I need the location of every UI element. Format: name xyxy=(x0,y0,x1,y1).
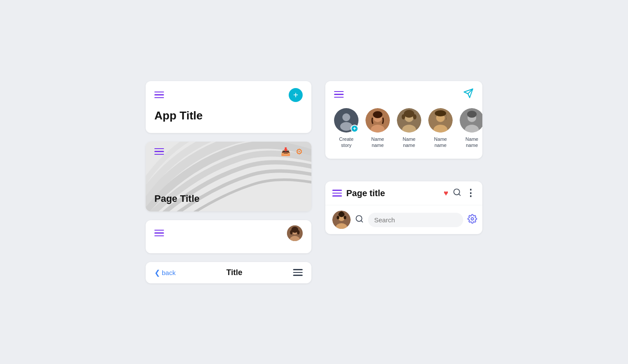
stories-row: + Createstory xyxy=(334,108,474,149)
avatar-hamburger-icon[interactable] xyxy=(154,230,164,237)
story-name-4: Namename xyxy=(465,136,478,149)
card-app-title: + App Title xyxy=(146,81,311,133)
svg-point-6 xyxy=(297,230,300,235)
search-avatar-svg xyxy=(332,211,351,229)
back-label: back xyxy=(162,269,176,276)
search-svg xyxy=(453,188,461,197)
search-input[interactable] xyxy=(368,213,463,227)
create-story-label: Createstory xyxy=(339,136,353,149)
svg-point-17 xyxy=(404,110,414,118)
search-row xyxy=(325,205,482,234)
story-name-2: Namename xyxy=(403,136,415,149)
card-back-nav: ❮ back Title xyxy=(146,262,311,283)
more-options-icon[interactable]: ⋮ xyxy=(466,187,475,199)
page-title-hamburger-icon[interactable] xyxy=(332,190,342,197)
person4-svg xyxy=(460,108,482,133)
send-svg xyxy=(463,88,474,99)
story-name-3: Namename xyxy=(434,136,447,149)
avatar-header-row xyxy=(154,225,303,241)
story-avatar-3 xyxy=(428,108,453,133)
settings-gear-icon[interactable] xyxy=(468,214,477,226)
search-input-icon xyxy=(355,214,364,225)
story-avatar-2 xyxy=(397,108,421,133)
nav-title: Title xyxy=(226,268,242,277)
svg-point-18 xyxy=(402,114,405,119)
card-page-title: 📥 ⚙ Page Title xyxy=(146,142,311,211)
person2-svg xyxy=(397,108,421,133)
search-user-avatar xyxy=(332,211,351,229)
story-person-4[interactable]: Namename xyxy=(460,108,482,149)
card-page-title-search: Page title ♥ ⋮ xyxy=(325,181,482,234)
story-avatar-1 xyxy=(365,108,390,133)
inbox-icon[interactable]: 📥 xyxy=(281,147,290,156)
page-title-label: Page title xyxy=(346,188,439,198)
hamburger-menu-icon[interactable] xyxy=(154,92,164,99)
gear-svg xyxy=(468,214,477,224)
card-app-title-header: + xyxy=(154,88,303,102)
story-person-3[interactable]: Namename xyxy=(428,108,453,149)
heart-icon[interactable]: ♥ xyxy=(444,189,448,198)
nav-hamburger-icon[interactable] xyxy=(293,269,303,276)
svg-point-8 xyxy=(342,113,350,121)
svg-point-34 xyxy=(337,216,339,219)
page-hamburger-icon[interactable] xyxy=(154,148,164,155)
story-avatar-4 xyxy=(460,108,482,133)
svg-point-33 xyxy=(339,211,344,216)
svg-point-13 xyxy=(373,111,382,118)
story-name-1: Namename xyxy=(371,136,384,149)
stories-hamburger-icon[interactable] xyxy=(334,91,344,98)
page-title-overlay-header: 📥 ⚙ xyxy=(154,147,303,156)
story-create[interactable]: + Createstory xyxy=(334,108,358,149)
person3-svg xyxy=(428,108,453,133)
avatar-face xyxy=(287,225,303,241)
search-icon-button[interactable] xyxy=(453,188,461,199)
page-title-header: Page title ♥ ⋮ xyxy=(325,181,482,205)
page-title-text: Page Title xyxy=(154,193,200,204)
send-icon[interactable] xyxy=(463,88,474,101)
story-person-2[interactable]: Namename xyxy=(397,108,421,149)
person1-svg xyxy=(365,108,390,133)
user-avatar[interactable] xyxy=(287,225,303,241)
create-plus-badge: + xyxy=(351,125,358,133)
svg-point-35 xyxy=(344,216,346,219)
card-avatar-header xyxy=(146,220,311,253)
svg-point-23 xyxy=(435,110,446,116)
back-button[interactable]: ❮ back xyxy=(154,269,176,277)
add-button[interactable]: + xyxy=(289,88,303,102)
svg-point-5 xyxy=(290,230,293,235)
settings-icon[interactable]: ⚙ xyxy=(296,147,303,156)
card-stories: + Createstory xyxy=(325,81,482,159)
stories-header xyxy=(334,88,474,101)
svg-point-19 xyxy=(413,114,416,119)
page-title-background: 📥 ⚙ Page Title xyxy=(146,142,311,211)
back-chevron-icon: ❮ xyxy=(154,269,160,277)
create-story-avatar: + xyxy=(334,108,358,133)
search-input-svg xyxy=(355,214,364,223)
app-title: App Title xyxy=(154,109,303,122)
svg-point-27 xyxy=(467,111,477,118)
story-person-1[interactable]: Namename xyxy=(365,108,390,149)
